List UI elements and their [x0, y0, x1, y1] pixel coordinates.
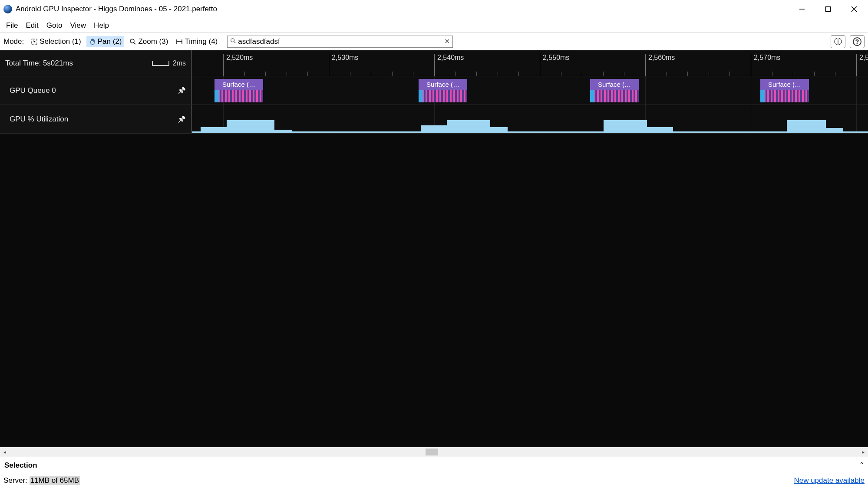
ruler-minor-tick [729, 72, 730, 76]
menu-view[interactable]: View [67, 20, 90, 31]
menu-file[interactable]: File [3, 20, 21, 31]
menubar: File Edit Goto View Help [0, 18, 868, 33]
server-memory: Server: 11MB of 65MB [3, 476, 80, 485]
scale-indicator: 2ms [152, 59, 186, 67]
update-link[interactable]: New update available [794, 476, 865, 485]
track-name: GPU % Utilization [5, 115, 68, 124]
utilization-baseline [192, 131, 868, 133]
minimize-button[interactable] [789, 0, 815, 18]
ruler-minor-tick [793, 72, 793, 76]
ruler-minor-tick [582, 72, 582, 76]
svg-point-5 [130, 39, 134, 43]
mode-selection-label: Selection (1) [40, 37, 81, 46]
utilization-bar[interactable] [647, 127, 673, 133]
menu-help[interactable]: Help [90, 20, 112, 31]
selection-icon [31, 38, 38, 45]
track-row: GPU Queue 0📌Surface (…Surface (…Surface … [0, 76, 868, 105]
ruler-minor-tick [307, 72, 308, 76]
utilization-bar[interactable] [604, 120, 647, 133]
scale-bracket-icon [152, 61, 169, 66]
pin-icon[interactable]: 📌 [178, 87, 186, 95]
gridline [329, 76, 329, 105]
track-name: GPU Queue 0 [5, 86, 56, 95]
surface-block-lead [419, 90, 423, 102]
app-icon [3, 5, 12, 13]
surface-block-label: Surface (… [419, 79, 467, 90]
timeline-empty-area[interactable] [0, 134, 868, 447]
scroll-track[interactable] [10, 447, 858, 457]
mode-timing[interactable]: Timing (4) [173, 36, 220, 47]
gridline [645, 76, 646, 105]
utilization-bar[interactable] [787, 120, 826, 133]
clear-search-icon[interactable]: ✕ [444, 37, 450, 46]
menu-edit[interactable]: Edit [22, 20, 42, 31]
timeline-view: Total Time: 5s021ms 2ms 2,520ms2,530ms2,… [0, 50, 868, 447]
surface-block-label: Surface (… [590, 79, 639, 90]
search-field-wrap[interactable]: ✕ [227, 36, 453, 48]
ruler-minor-tick [476, 72, 477, 76]
svg-rect-1 [826, 7, 831, 11]
scale-value: 2ms [173, 59, 186, 67]
utilization-bar[interactable] [826, 128, 843, 133]
surface-block[interactable]: Surface (… [419, 79, 467, 102]
utilization-bar[interactable] [490, 127, 508, 133]
svg-line-6 [134, 43, 135, 44]
ruler-minor-tick [667, 72, 667, 76]
maximize-button[interactable] [815, 0, 841, 18]
mode-label: Mode: [3, 37, 24, 46]
surface-block-body [419, 90, 467, 102]
ruler-minor-tick [265, 72, 266, 76]
ruler-major-tick: 2,550ms [540, 54, 569, 76]
utilization-bar[interactable] [274, 130, 292, 133]
ruler-minor-tick [350, 72, 350, 76]
pin-icon[interactable]: 📌 [178, 115, 186, 123]
info-button[interactable]: ⓘ [831, 35, 845, 48]
surface-block[interactable]: Surface (… [590, 79, 639, 102]
ruler-major-tick: 2,58 [856, 54, 868, 76]
utilization-bar[interactable] [227, 120, 274, 133]
ruler-minor-tick [413, 72, 413, 76]
utilization-bar[interactable] [421, 125, 447, 133]
gridline [540, 76, 540, 105]
mode-pan[interactable]: Pan (2) [86, 36, 125, 47]
ruler-area[interactable]: 2,520ms2,530ms2,540ms2,550ms2,560ms2,570… [192, 50, 868, 76]
scroll-right-button[interactable]: ▸ [858, 447, 868, 457]
surface-block-lead [760, 90, 765, 102]
track-area[interactable]: Surface (…Surface (…Surface (…Surface (… [192, 76, 868, 105]
utilization-bar[interactable] [201, 127, 227, 133]
titlebar: Android GPU Inspector - Higgs Dominoes -… [0, 0, 868, 18]
surface-block-label: Surface (… [215, 79, 263, 90]
selection-panel-header[interactable]: Selection ˄ [0, 457, 868, 473]
gridline [856, 105, 857, 133]
statusbar: Server: 11MB of 65MB New update availabl… [0, 473, 868, 488]
chevron-up-icon[interactable]: ˄ [860, 461, 864, 470]
gridline [329, 105, 329, 133]
track-header[interactable]: GPU % Utilization📌 [0, 105, 192, 133]
scroll-left-button[interactable]: ◂ [0, 447, 10, 457]
track-header[interactable]: GPU Queue 0📌 [0, 76, 192, 105]
surface-block[interactable]: Surface (… [215, 79, 263, 102]
horizontal-scrollbar[interactable]: ◂ ▸ [0, 447, 868, 457]
mode-zoom-label: Zoom (3) [138, 37, 168, 46]
mode-zoom[interactable]: Zoom (3) [127, 36, 171, 47]
help-button[interactable]: ? [850, 35, 865, 48]
track-area[interactable] [192, 105, 868, 133]
utilization-bar[interactable] [447, 120, 490, 133]
scroll-thumb[interactable] [426, 449, 438, 455]
search-input[interactable] [238, 37, 442, 46]
ruler-minor-tick [603, 72, 604, 76]
menu-goto[interactable]: Goto [43, 20, 66, 31]
search-icon [230, 37, 236, 46]
total-time-label: Total Time: 5s021ms [5, 59, 73, 68]
timing-icon [176, 38, 183, 45]
surface-block-body [590, 90, 639, 102]
gridline [751, 105, 751, 133]
close-button[interactable] [841, 0, 867, 18]
ruler-minor-tick [814, 72, 815, 76]
ruler-minor-tick [709, 72, 709, 76]
ruler-header: Total Time: 5s021ms 2ms [0, 50, 192, 76]
mode-selection[interactable]: Selection (1) [28, 36, 83, 47]
svg-line-11 [234, 41, 236, 43]
help-icon: ? [853, 37, 861, 46]
surface-block[interactable]: Surface (… [760, 79, 809, 102]
